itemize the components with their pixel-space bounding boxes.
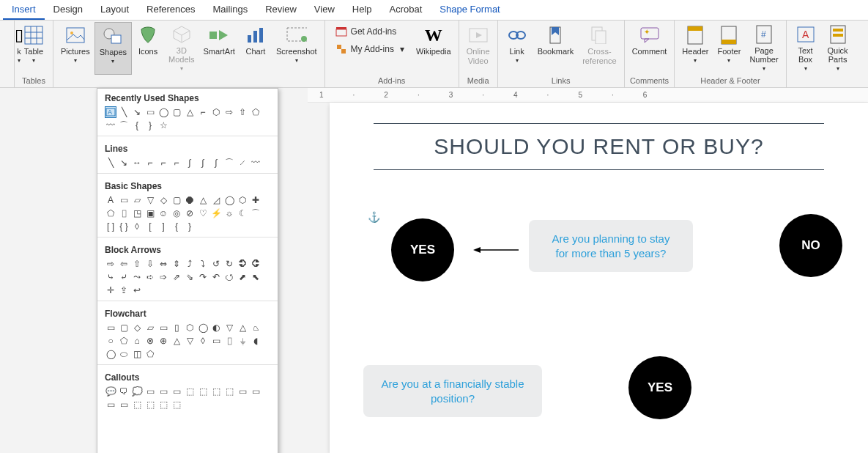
shape-fc[interactable]: ⬭ <box>118 348 130 360</box>
shape-arrow[interactable]: ⇪ <box>118 284 130 296</box>
shape-callout[interactable]: ▭ <box>144 386 156 397</box>
my-addins-button[interactable]: My Add-ins ▾ <box>333 41 407 57</box>
tab-insert[interactable]: Insert <box>3 0 45 20</box>
shape-cross[interactable]: ✚ <box>250 194 261 206</box>
yes-circle-2[interactable]: YES <box>628 356 691 419</box>
shape-cube[interactable]: ◳ <box>131 207 143 219</box>
screenshot-button[interactable]: Screenshot ▾ <box>272 22 322 75</box>
shape-callout[interactable]: 🗨 <box>118 386 130 397</box>
shape-arrow[interactable]: ⇧ <box>131 258 143 270</box>
shape-fc[interactable]: ◯ <box>197 322 209 334</box>
shape-callout[interactable]: 💬 <box>105 386 116 397</box>
shape-fc[interactable]: ⊗ <box>144 335 156 347</box>
shape-fc[interactable]: ▭ <box>105 322 116 334</box>
shape-callout[interactable]: ⬚ <box>131 399 143 410</box>
question-box-1[interactable]: Are you planning to stay for more than 5… <box>529 220 693 272</box>
shape-callout[interactable]: ⬚ <box>144 399 156 410</box>
shape-fc[interactable]: ◫ <box>131 348 143 360</box>
online-video-button[interactable]: Online Video <box>462 22 494 75</box>
shape-arrow[interactable]: ➩ <box>157 271 169 283</box>
comment-button[interactable]: ✦ Comment <box>628 22 672 75</box>
tab-acrobat[interactable]: Acrobat <box>381 0 431 20</box>
shape-brace-r[interactable]: } <box>144 119 156 131</box>
shape-bracket[interactable]: [ <box>144 221 156 232</box>
shape-donut[interactable]: ◎ <box>171 207 182 219</box>
shape-fc[interactable]: ○ <box>105 335 116 347</box>
shape-arrow[interactable]: ⇗ <box>171 271 182 283</box>
shape-arrow[interactable]: ⤴ <box>184 258 196 270</box>
tab-design[interactable]: Design <box>45 0 92 20</box>
shape-hexagon[interactable]: ⬡ <box>210 106 222 118</box>
shape-oval[interactable]: ◯ <box>157 106 169 118</box>
shape-arrow[interactable]: ⬉ <box>250 271 261 283</box>
shapes-button[interactable]: Shapes ▾ <box>94 22 132 75</box>
text-box-button[interactable]: A Text Box ▾ <box>790 22 822 75</box>
shape-callout[interactable]: ▭ <box>171 386 182 397</box>
shape-callout[interactable]: ⬚ <box>210 386 222 397</box>
shape-callout[interactable]: ▭ <box>105 399 116 410</box>
shape-sun[interactable]: ☼ <box>223 207 235 219</box>
shape-arrow[interactable]: ⤳ <box>131 271 143 283</box>
smartart-button[interactable]: SmartArt <box>199 22 240 75</box>
horizontal-ruler[interactable]: 1· 2· 3· 4· 5· 6 <box>308 88 868 103</box>
shape-smiley[interactable]: ☺ <box>157 207 169 219</box>
shape-bevel[interactable]: ▣ <box>144 207 156 219</box>
shape-fc[interactable]: ⏢ <box>250 322 261 334</box>
shape-fc[interactable]: ⌂ <box>131 335 143 347</box>
shape-pentagon[interactable]: ⬠ <box>250 106 261 118</box>
pictures-button[interactable]: Pictures ▾ <box>56 22 94 75</box>
shape-arrow[interactable]: ⤶ <box>118 271 130 283</box>
shape-callout[interactable]: ⬚ <box>184 386 196 397</box>
shape-noentry[interactable]: ⊘ <box>184 207 196 219</box>
shape-arrow-right[interactable]: ⇨ <box>223 106 235 118</box>
shape-pentagon[interactable]: ⬠ <box>105 207 116 219</box>
shape-brace[interactable]: } <box>184 221 196 232</box>
shape-brace[interactable]: { <box>171 221 182 232</box>
shape-callout[interactable]: ⬚ <box>197 386 209 397</box>
shape-fc[interactable]: ◯ <box>105 348 116 360</box>
shape-callout[interactable]: ▭ <box>118 399 130 410</box>
shape-arrow[interactable]: ➪ <box>144 271 156 283</box>
shape-callout[interactable]: ▭ <box>157 386 169 397</box>
shape-scribble[interactable]: 〰 <box>250 157 261 169</box>
shape-parallelogram[interactable]: ▱ <box>131 194 143 206</box>
shape-fc[interactable]: ▽ <box>223 322 235 334</box>
shape-hexagon[interactable]: ⬡ <box>237 194 248 206</box>
shape-triangle[interactable]: △ <box>197 194 209 206</box>
document-title[interactable]: SHOULD YOU RENT OR BUY? <box>374 123 824 170</box>
shape-plaque[interactable]: ◊ <box>131 221 143 232</box>
shape-arrow[interactable]: ⬈ <box>237 271 248 283</box>
tab-view[interactable]: View <box>305 0 344 20</box>
tab-layout[interactable]: Layout <box>92 0 138 20</box>
shape-curve[interactable]: ∫ <box>184 157 196 169</box>
shape-callout[interactable]: ▭ <box>237 386 248 397</box>
shape-elbow[interactable]: ⌐ <box>157 157 169 169</box>
3d-models-button[interactable]: 3D Models ▾ <box>164 22 199 75</box>
shape-arrow[interactable]: ⇩ <box>144 258 156 270</box>
shape-fc[interactable]: ◇ <box>131 322 143 334</box>
shape-fc[interactable]: ▯ <box>171 322 182 334</box>
no-circle[interactable]: NO <box>779 214 842 277</box>
shape-moon[interactable]: ☾ <box>237 207 248 219</box>
shape-freeform[interactable]: ⟋ <box>237 157 248 169</box>
shape-arrow[interactable]: ⮊ <box>237 258 248 270</box>
shape-elbow[interactable]: ⌐ <box>144 157 156 169</box>
tab-shape-format[interactable]: Shape Format <box>431 0 508 20</box>
shape-brace[interactable]: { } <box>118 221 130 232</box>
shape-can[interactable]: ⌷ <box>118 207 130 219</box>
shape-fc[interactable]: ⬠ <box>144 348 156 360</box>
shape-fc[interactable]: ◐ <box>210 322 222 334</box>
shape-connector[interactable]: ⌐ <box>197 106 209 118</box>
shape-brace-l[interactable]: { <box>131 119 143 131</box>
shape-rect[interactable]: ▭ <box>144 106 156 118</box>
shape-line[interactable]: ╲ <box>118 106 130 118</box>
shape-arrow[interactable]: ⇨ <box>105 258 116 270</box>
shape-scribble[interactable]: 〰 <box>105 119 116 131</box>
shape-rect[interactable]: ▭ <box>118 194 130 206</box>
yes-circle-1[interactable]: YES <box>391 218 454 281</box>
shape-line[interactable]: ↔ <box>131 157 143 169</box>
shape-curve[interactable]: ⌒ <box>223 157 235 169</box>
shape-heart[interactable]: ♡ <box>197 207 209 219</box>
shape-roundrect[interactable]: ▢ <box>171 194 182 206</box>
shape-arrow[interactable]: ↩ <box>131 284 143 296</box>
